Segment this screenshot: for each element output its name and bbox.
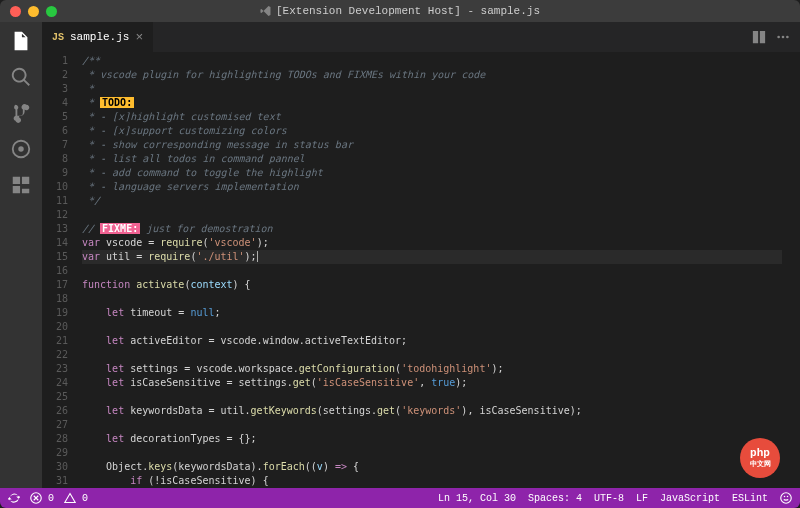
linter-status[interactable]: ESLint <box>732 493 768 504</box>
svg-point-6 <box>781 493 792 504</box>
code-line[interactable]: * vscode plugin for highlighting TODOs a… <box>82 68 782 82</box>
code-line[interactable]: function activate(context) { <box>82 278 782 292</box>
code-area[interactable]: 1234567891011121314151617181920212223242… <box>42 52 800 488</box>
code-line[interactable] <box>82 320 782 334</box>
code-line[interactable] <box>82 446 782 460</box>
code-line[interactable]: var vscode = require('vscode'); <box>82 236 782 250</box>
code-line[interactable]: if (!isCaseSensitive) { <box>82 474 782 488</box>
code-line[interactable]: let timeout = null; <box>82 306 782 320</box>
close-window-button[interactable] <box>10 6 21 17</box>
watermark: php 中文网 <box>740 438 780 478</box>
vscode-icon <box>260 5 272 17</box>
code-line[interactable] <box>82 418 782 432</box>
code-line[interactable]: let decorationTypes = {}; <box>82 432 782 446</box>
window-title: [Extension Development Host] - sample.js <box>260 5 540 17</box>
code-line[interactable]: Object.keys(keywordsData).forEach((v) =>… <box>82 460 782 474</box>
language-mode[interactable]: JavaScript <box>660 493 720 504</box>
main-area: JS sample.js × 1234567891011121314151617… <box>0 22 800 488</box>
encoding-status[interactable]: UTF-8 <box>594 493 624 504</box>
code-line[interactable]: * - language servers implementation <box>82 180 782 194</box>
code-line[interactable]: * - [x]support customizing colors <box>82 124 782 138</box>
svg-point-8 <box>787 496 789 498</box>
code-line[interactable]: * - show corresponding message in status… <box>82 138 782 152</box>
warnings-status[interactable]: 0 <box>64 492 88 504</box>
code-line[interactable] <box>82 208 782 222</box>
minimap[interactable] <box>782 52 800 488</box>
code-line[interactable]: let settings = vscode.workspace.getConfi… <box>82 362 782 376</box>
code-line[interactable]: * - add command to toggle the highlight <box>82 166 782 180</box>
editor-actions <box>752 30 800 44</box>
code-line[interactable] <box>82 292 782 306</box>
js-file-icon: JS <box>52 32 64 43</box>
extensions-icon[interactable] <box>10 174 32 196</box>
window-title-text: [Extension Development Host] - sample.js <box>276 5 540 17</box>
svg-point-1 <box>18 146 24 152</box>
error-icon <box>30 492 42 504</box>
activity-bar <box>0 22 42 488</box>
tab-sample-js[interactable]: JS sample.js × <box>42 22 153 52</box>
code-line[interactable]: let activeEditor = vscode.window.activeT… <box>82 334 782 348</box>
indentation-status[interactable]: Spaces: 4 <box>528 493 582 504</box>
errors-status[interactable]: 0 <box>30 492 54 504</box>
code-line[interactable] <box>82 264 782 278</box>
sync-button[interactable] <box>8 492 20 504</box>
search-icon[interactable] <box>10 66 32 88</box>
more-actions-icon[interactable] <box>776 30 790 44</box>
split-editor-icon[interactable] <box>752 30 766 44</box>
sync-icon <box>8 492 20 504</box>
code-line[interactable]: * - list all todos in command pannel <box>82 152 782 166</box>
debug-icon[interactable] <box>10 138 32 160</box>
code-line[interactable]: var util = require('./util'); <box>82 250 782 264</box>
minimize-window-button[interactable] <box>28 6 39 17</box>
status-bar: 0 0 Ln 15, Col 30 Spaces: 4 UTF-8 LF Jav… <box>0 488 800 508</box>
cursor-position[interactable]: Ln 15, Col 30 <box>438 493 516 504</box>
code-line[interactable]: let isCaseSensitive = settings.get('isCa… <box>82 376 782 390</box>
maximize-window-button[interactable] <box>46 6 57 17</box>
svg-point-4 <box>786 36 789 39</box>
code-line[interactable]: * TODO: <box>82 96 782 110</box>
code-line[interactable]: /** <box>82 54 782 68</box>
code-line[interactable] <box>82 348 782 362</box>
traffic-lights <box>0 6 57 17</box>
close-tab-button[interactable]: × <box>135 30 143 45</box>
code-line[interactable]: * <box>82 82 782 96</box>
git-icon[interactable] <box>10 102 32 124</box>
editor-area: JS sample.js × 1234567891011121314151617… <box>42 22 800 488</box>
feedback-icon[interactable] <box>780 492 792 504</box>
svg-point-2 <box>777 36 780 39</box>
line-gutter: 1234567891011121314151617181920212223242… <box>42 52 82 488</box>
warning-icon <box>64 492 76 504</box>
code-line[interactable]: * - [x]highlight customised text <box>82 110 782 124</box>
code-line[interactable]: */ <box>82 194 782 208</box>
code-line[interactable]: // FIXME: just for demostration <box>82 222 782 236</box>
explorer-icon[interactable] <box>10 30 32 52</box>
code-line[interactable] <box>82 390 782 404</box>
tab-label: sample.js <box>70 31 129 43</box>
code-content[interactable]: /** * vscode plugin for highlighting TOD… <box>82 52 782 488</box>
svg-point-7 <box>784 496 786 498</box>
svg-point-3 <box>782 36 785 39</box>
code-line[interactable]: let keywordsData = util.getKeywords(sett… <box>82 404 782 418</box>
titlebar: [Extension Development Host] - sample.js <box>0 0 800 22</box>
tab-bar: JS sample.js × <box>42 22 800 52</box>
eol-status[interactable]: LF <box>636 493 648 504</box>
